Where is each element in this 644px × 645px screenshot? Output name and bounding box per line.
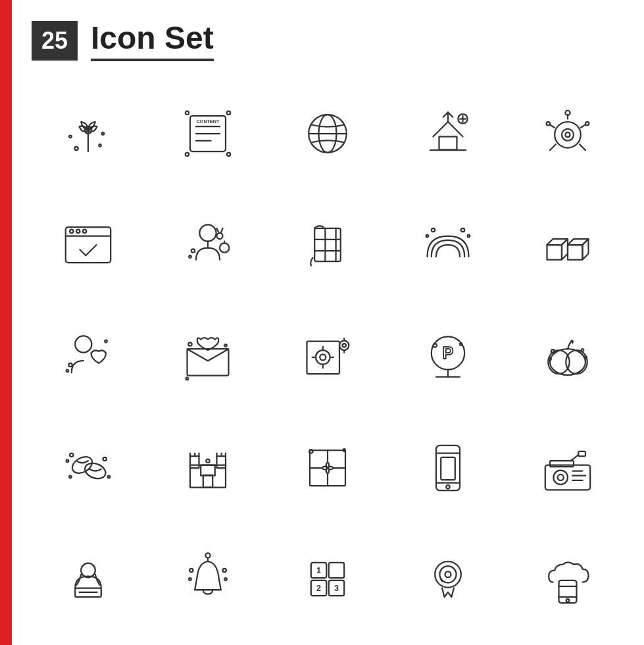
- svg-marker-64: [582, 239, 588, 260]
- parking-sign-icon: P: [391, 304, 505, 409]
- main-content: 25 Icon Set: [12, 0, 644, 645]
- svg-point-26: [555, 122, 581, 148]
- svg-rect-106: [217, 456, 226, 468]
- svg-point-97: [70, 453, 95, 477]
- svg-point-65: [75, 336, 91, 353]
- svg-point-2: [74, 146, 78, 149]
- svg-point-75: [320, 355, 326, 361]
- svg-point-102: [108, 476, 111, 478]
- svg-text:CONTENT: CONTENT: [197, 118, 220, 124]
- svg-point-72: [186, 378, 189, 380]
- svg-point-89: [460, 344, 462, 346]
- svg-text:2: 2: [316, 584, 321, 593]
- chef-hat-icon: [32, 527, 145, 632]
- svg-point-3: [99, 144, 101, 147]
- svg-rect-114: [201, 465, 215, 475]
- svg-point-100: [66, 459, 69, 462]
- content-icon: CONTENT: [151, 81, 264, 186]
- cubes-icon: [511, 192, 624, 297]
- pumpkin-icon: [511, 304, 624, 409]
- svg-point-30: [565, 111, 570, 115]
- svg-point-94: [582, 349, 584, 352]
- svg-line-131: [570, 455, 578, 461]
- svg-rect-119: [436, 446, 460, 490]
- svg-point-71: [224, 344, 227, 347]
- radio-icon: [511, 415, 624, 520]
- svg-point-125: [553, 470, 568, 484]
- svg-point-28: [565, 132, 570, 137]
- svg-point-115: [207, 459, 210, 462]
- svg-text:3: 3: [334, 584, 339, 593]
- cloud-mobile-icon: [511, 527, 624, 632]
- flower-icon: [32, 81, 145, 186]
- svg-rect-123: [441, 457, 455, 480]
- svg-point-122: [446, 485, 449, 488]
- svg-line-33: [581, 124, 585, 128]
- page: 25 Icon Set: [0, 0, 644, 645]
- svg-line-31: [550, 124, 555, 128]
- svg-point-156: [566, 599, 570, 602]
- svg-point-55: [431, 228, 434, 232]
- svg-point-57: [460, 228, 464, 232]
- svg-point-5: [102, 132, 105, 135]
- coffee-beans-icon: [32, 415, 145, 520]
- blueprint-gear-icon: [271, 304, 384, 409]
- svg-point-141: [189, 578, 191, 580]
- svg-point-96: [584, 356, 587, 359]
- svg-point-103: [69, 476, 72, 478]
- svg-point-46: [220, 243, 229, 252]
- seal-badge-icon: [391, 527, 505, 632]
- svg-text:P: P: [442, 344, 453, 362]
- svg-point-150: [435, 561, 461, 588]
- rainbow-icon: [391, 192, 505, 297]
- svg-point-4: [69, 135, 72, 138]
- svg-rect-132: [578, 452, 585, 456]
- svg-point-90: [550, 349, 585, 376]
- globe-icon: [271, 81, 384, 186]
- svg-line-35: [550, 144, 556, 150]
- svg-rect-130: [550, 461, 574, 467]
- svg-point-70: [189, 343, 192, 346]
- svg-rect-144: [329, 563, 344, 578]
- page-title: Icon Set: [91, 20, 214, 56]
- svg-point-13: [186, 152, 189, 155]
- svg-point-67: [66, 370, 69, 373]
- red-bar: [0, 0, 12, 645]
- svg-point-34: [585, 122, 589, 125]
- woman-scientist-icon: [151, 192, 264, 297]
- svg-text:1: 1: [316, 566, 321, 575]
- svg-point-39: [70, 230, 73, 233]
- number-badge: 25: [32, 21, 78, 61]
- svg-point-134: [81, 563, 95, 578]
- svg-point-49: [189, 255, 191, 258]
- svg-point-101: [103, 457, 107, 461]
- browser-check-icon: [32, 192, 145, 297]
- svg-point-68: [105, 340, 107, 343]
- svg-line-44: [221, 228, 223, 233]
- svg-point-139: [189, 569, 193, 572]
- svg-point-40: [76, 230, 80, 233]
- svg-point-99: [70, 453, 73, 456]
- upload-house-icon: [391, 81, 505, 186]
- svg-point-117: [310, 450, 313, 453]
- svg-line-45: [217, 228, 219, 232]
- icons-grid: CONTENT: [32, 81, 624, 632]
- bell-alert-icon: [151, 527, 264, 632]
- svg-marker-61: [562, 239, 568, 260]
- love-letter-icon: [151, 304, 264, 409]
- svg-point-56: [426, 235, 428, 238]
- svg-point-138: [206, 554, 211, 558]
- svg-point-41: [83, 230, 86, 233]
- svg-rect-18: [439, 136, 457, 149]
- svg-rect-50: [315, 228, 341, 261]
- svg-point-80: [339, 341, 349, 350]
- svg-point-32: [546, 122, 549, 125]
- svg-point-142: [224, 578, 227, 580]
- title-underline: [91, 59, 214, 61]
- svg-point-88: [433, 344, 436, 348]
- title-block: Icon Set: [91, 20, 214, 61]
- svg-rect-113: [203, 475, 212, 488]
- svg-point-58: [467, 235, 470, 238]
- svg-line-36: [580, 144, 585, 150]
- svg-point-152: [445, 572, 451, 578]
